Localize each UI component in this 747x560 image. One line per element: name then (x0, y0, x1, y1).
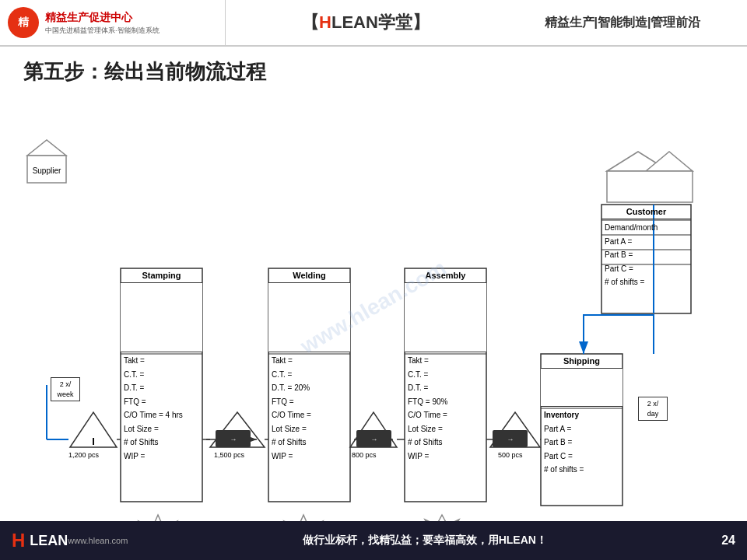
footer-h-letter: H (12, 530, 25, 551)
footer-lean-text: LEAN (30, 533, 68, 549)
logo-text: 精益生产促进中心 中国先进精益管理体系·智能制造系统 (45, 10, 160, 35)
footer: H LEAN www.hlean.com 做行业标杆，找精弘益；要幸福高效，用H… (0, 521, 747, 560)
freq-shipping-line2: day (642, 409, 664, 419)
customer-demand: Demand/month (605, 221, 688, 235)
welding-takt: Takt = (272, 354, 347, 368)
page-title: 第五步：绘出当前物流过程 (0, 47, 747, 89)
shipping-parta: Part A = (544, 422, 619, 436)
welding-overlay: Welding Takt = C.T. = D.T. = 20% FTQ = C… (268, 268, 350, 464)
assembly-title: Assembly (405, 268, 486, 283)
welding-title: Welding (268, 268, 350, 283)
assembly-overlay: Assembly Takt = C.T. = D.T. = FTQ = 90% … (405, 268, 486, 464)
welding-data: Takt = C.T. = D.T. = 20% FTQ = C/O Time … (268, 352, 350, 464)
footer-url: www.hlean.com (68, 536, 128, 545)
customer-partc: Part C = (605, 262, 688, 276)
freq-supplier-line1: 2 x/ (54, 380, 76, 390)
stamping-lot: Lot Size = (124, 422, 199, 436)
customer-parta: Part A = (605, 235, 688, 249)
footer-logo: H LEAN (12, 530, 68, 551)
stamping-shifts: # of Shifts (124, 436, 199, 450)
inv-qty-2: 1,500 pcs (214, 451, 244, 459)
welding-ct: C.T. = (272, 368, 347, 382)
stamping-dt: D.T. = (124, 381, 199, 395)
welding-co: C/O Time = (272, 408, 347, 422)
shipping-overlay: Shipping Inventory Part A = Part B = Par… (541, 354, 622, 478)
assembly-ct: C.T. = (408, 368, 483, 382)
stamping-title: Stamping (121, 268, 202, 283)
assembly-data: Takt = C.T. = D.T. = FTQ = 90% C/O Time … (405, 352, 486, 464)
welding-dt: D.T. = 20% (272, 381, 347, 395)
welding-icon-area (268, 283, 350, 352)
bracket-left: 【 (302, 12, 319, 32)
stamping-co: C/O Time = 4 hrs (124, 408, 199, 422)
logo-title: 精益生产促进中心 (45, 10, 160, 26)
stamping-ct: C.T. = (124, 368, 199, 382)
customer-title: Customer (601, 205, 691, 219)
freq-supplier-line2: week (54, 390, 76, 400)
logo-area: 精 精益生产促进中心 中国先进精益管理体系·智能制造系统 (8, 0, 226, 45)
header-right: 精益生产|智能制造|管理前沿 (506, 15, 739, 31)
inv-qty-1: 1,200 pcs (68, 451, 99, 459)
welding-lot: Lot Size = (272, 422, 347, 436)
assembly-shifts: # of Shifts (408, 436, 483, 450)
diagram-svg: Supplier I I I (0, 89, 747, 525)
shipping-inventory-title: Inventory (544, 408, 619, 422)
customer-shifts: # of shifts = (605, 275, 688, 289)
stamping-overlay: Stamping Takt = C.T. = D.T. = FTQ = C/O … (121, 268, 202, 464)
inv-qty-3: 800 pcs (352, 451, 377, 459)
stamping-data: Takt = C.T. = D.T. = FTQ = C/O Time = 4 … (121, 352, 202, 464)
assembly-icon-area (405, 283, 486, 352)
shipping-title: Shipping (541, 354, 622, 369)
inv-qty-4: 500 pcs (498, 451, 523, 459)
customer-data: Demand/month Part A = Part B = Part C = … (601, 219, 691, 291)
customer-partb: Part B = (605, 248, 688, 262)
stamping-ftq: FTQ = (124, 395, 199, 409)
supplier-roof (27, 140, 66, 156)
frequency-shipping: 2 x/ day (638, 397, 668, 421)
logo-icon: 精 (8, 7, 39, 38)
assembly-takt: Takt = (408, 354, 483, 368)
frequency-supplier: 2 x/ week (51, 377, 80, 401)
stamping-icon-area (121, 283, 202, 352)
blue-arrow-customer (584, 315, 654, 354)
inv-i-label-1: I (92, 436, 95, 447)
freq-shipping-line1: 2 x/ (642, 399, 664, 409)
shipping-shifts: # of shifts = (544, 463, 619, 477)
welding-shifts: # of Shifts (272, 436, 347, 450)
header-center: 【HLEAN学堂】 (226, 11, 506, 34)
stamping-takt: Takt = (124, 354, 199, 368)
footer-page-number: 24 (721, 534, 735, 548)
customer-body (607, 171, 693, 202)
assembly-ftq: FTQ = 90% (408, 395, 483, 409)
lean-text: LEAN学堂 (331, 12, 412, 32)
assembly-co: C/O Time = (408, 408, 483, 422)
welding-ftq: FTQ = (272, 395, 347, 409)
shipping-data: Inventory Part A = Part B = Part C = # o… (541, 406, 622, 478)
supplier-label: Supplier (33, 166, 61, 175)
main-diagram: www.hlean.com Supplier (0, 89, 747, 525)
h-letter: H (319, 12, 331, 32)
logo-subtitle: 中国先进精益管理体系·智能制造系统 (45, 26, 160, 36)
header: 精 精益生产促进中心 中国先进精益管理体系·智能制造系统 【HLEAN学堂】 精… (0, 0, 747, 47)
footer-slogan: 做行业标杆，找精弘益；要幸福高效，用HLEAN！ (128, 534, 721, 548)
assembly-lot: Lot Size = (408, 422, 483, 436)
shipping-partc: Part C = (544, 450, 619, 464)
shipping-partb: Part B = (544, 436, 619, 450)
push-text-3: → (507, 436, 514, 443)
welding-wip: WIP = (272, 450, 347, 464)
push-text-2: → (371, 436, 378, 443)
assembly-dt: D.T. = (408, 381, 483, 395)
shipping-icon-area (541, 369, 622, 406)
customer-overlay: Customer Demand/month Part A = Part B = … (601, 205, 691, 291)
assembly-wip: WIP = (408, 450, 483, 464)
bracket-right: 】 (412, 12, 430, 32)
push-text-1: → (230, 436, 237, 443)
stamping-wip: WIP = (124, 450, 199, 464)
